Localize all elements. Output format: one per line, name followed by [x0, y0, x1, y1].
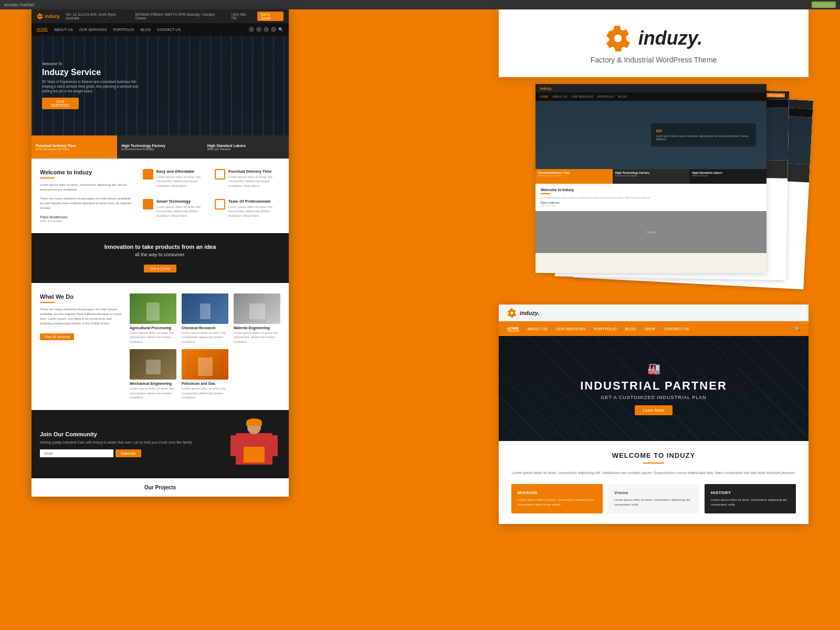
nav-blog[interactable]: BLOG	[141, 28, 151, 32]
nav-contact[interactable]: CONTACT US	[157, 28, 181, 32]
feature-title-1: Punctual Delivery Time	[36, 144, 113, 148]
service-title-mech: Mechanical Engineering	[130, 382, 176, 385]
brand-gear-icon	[605, 25, 631, 51]
ind-nav-contact[interactable]: CONTACT US	[664, 327, 689, 331]
mini-nav-home-front[interactable]: HOME	[540, 95, 549, 98]
ind-logo-text: induzy.	[520, 310, 539, 316]
ceo-signature: Paul Anderson	[40, 215, 134, 219]
innovation-banner: Innovation to take products from an idea…	[32, 233, 289, 283]
welcome-feature-1: Easy and Affordable Lorem ipsum dolor si…	[143, 169, 208, 193]
ind-nav-shop[interactable]: SHOP	[644, 327, 655, 331]
ind-nav-home[interactable]: HOME	[507, 326, 519, 331]
mini-nav-services-front[interactable]: OUR SERVICES	[572, 95, 593, 98]
welcome-line	[40, 177, 55, 178]
site-quote-btn[interactable]: Get a Quote	[257, 12, 284, 21]
site-hours: MONDAY-FRIDAY: 9AM TO 5PM Saturday / Sun…	[135, 13, 226, 20]
mini-factory-img-front: Factory	[536, 211, 766, 253]
social-gp[interactable]	[271, 27, 276, 32]
nav-about[interactable]: ABOUT US	[54, 28, 73, 32]
service-desc-mech: Lorem ipsum dolor sit amet, the consecte…	[130, 386, 176, 400]
service-desc-petro: Lorem ipsum dolor sit amet, the consecte…	[182, 386, 228, 400]
ind-nav-services[interactable]: OUR SERVICES	[556, 327, 586, 331]
nav-services[interactable]: OUR SERVICES	[79, 28, 107, 32]
mini-nav-about-front[interactable]: ABOUT US	[553, 95, 568, 98]
ind-topbar: induzy.	[499, 304, 808, 321]
envato-buy-btn[interactable]: Buy Now	[812, 2, 836, 8]
hero-cta-btn[interactable]: OUR SERVICES	[42, 98, 79, 109]
social-fb[interactable]	[249, 27, 254, 32]
service-title-chem: Chemical Research	[182, 326, 228, 330]
welcome-feature-3: Smart Technology Lorem ipsum dolor sit a…	[143, 199, 208, 223]
service-img-mater	[234, 293, 280, 324]
get-quote-btn[interactable]: Get a Quote	[144, 265, 176, 272]
service-card-petro: Petroleum and Gas Lorem ipsum dolor sit …	[182, 349, 228, 400]
site-topbar: induzy. NO. 12 JULIUS AVE, North Ryde, A…	[32, 9, 289, 23]
service-card-mater: Material Engineering Lorem ipsum dolor s…	[234, 293, 280, 344]
ind-learn-btn[interactable]: Learn More	[635, 405, 673, 415]
hero-content: Welcome To Induzy Service 50 Years of Ex…	[42, 62, 278, 109]
mini-overlay-front: ER Lorem ipsum dolor sit amet, consectet…	[651, 123, 756, 147]
subscribe-btn[interactable]: Subscribe	[116, 449, 141, 457]
mini-site-front: induzy. HOME ABOUT US OUR SERVICES PORTF…	[536, 84, 766, 273]
easy-icon	[143, 169, 153, 180]
innovation-subtitle: all the way to consumer.	[42, 252, 278, 257]
ind-nav: HOME ABOUT US OUR SERVICES PORTFOLIO BLO…	[499, 321, 808, 336]
email-form: Subscribe	[40, 449, 228, 457]
ind-gear-icon	[507, 308, 517, 318]
ind-welcome-title: WELCOME TO INDUZY	[511, 452, 796, 459]
ind-welcome-text: Lorem ipsum dolor sit amet, consectetur …	[511, 470, 796, 476]
ind-card-title-mission: MISSION	[518, 490, 596, 495]
view-all-btn[interactable]: View All Services	[40, 333, 74, 340]
ind-welcome-section: WELCOME TO INDUZY Lorem ipsum dolor sit …	[499, 441, 808, 524]
ind-factory-icon: 🏭	[647, 362, 660, 375]
service-title-petro: Petroleum and Gas	[182, 382, 228, 385]
ind-search-icon[interactable]: 🔍	[795, 327, 800, 331]
ind-hero: 🏭 INDUSTRIAL PARTNER GET A CUSTOMIZED IN…	[499, 336, 808, 441]
site-address: NO. 12 JULIUS AVE, North Ryde, Australia	[66, 13, 130, 20]
social-ln[interactable]	[264, 27, 269, 32]
envato-bar: envato market Buy Now	[0, 0, 840, 9]
ind-card-title-vision: Vision	[614, 490, 693, 495]
nav-social: 🔍	[249, 27, 284, 32]
community-desc: Getting quality Industrial Care with Ind…	[40, 440, 228, 444]
welcome-right: Easy and Affordable Lorem ipsum dolor si…	[143, 169, 280, 223]
wwd-left: What We Do There are many variations of …	[40, 293, 121, 400]
nav-home[interactable]: HOME	[37, 27, 48, 32]
social-tw[interactable]	[256, 27, 261, 32]
what-we-do-section: What We Do There are many variations of …	[32, 283, 289, 410]
mini-welcome-front: Welcome to Induzy Lorem ipsum dolor sit …	[536, 184, 766, 211]
ind-card-text-mission: Lorem ipsum dolor sit amet, consectetur …	[518, 498, 596, 507]
welcome-text2: There are many variations of passages of…	[40, 196, 134, 211]
welcome-left: Welcome to Induzy Lorem ipsum dolor sit …	[40, 169, 134, 223]
ind-card-mission: MISSION Lorem ipsum dolor sit amet, cons…	[511, 484, 603, 513]
ind-nav-blog[interactable]: BLOG	[625, 327, 636, 331]
feature-text-1: Easy and Affordable Lorem ipsum dolor si…	[156, 169, 208, 188]
feature-text-4: Team Of Professionals Lorem ipsum dolor …	[228, 199, 280, 218]
feature-box-1: Punctual Delivery Time 99% Delivered On-…	[32, 135, 117, 159]
service-title-mater: Material Engineering	[234, 326, 280, 330]
ind-card-history: HISTORY Lorem ipsum dolor sit amet, cons…	[705, 484, 796, 513]
feature-sub-2: & Environment Friendly	[121, 148, 198, 151]
ind-welcome-line	[643, 463, 664, 464]
community-left: Join Our Community Getting quality Indus…	[40, 431, 228, 457]
feature-box-3: High Standard Labors 99% QC Passed	[203, 135, 289, 159]
smart-icon	[143, 199, 153, 209]
left-panel-preview: induzy. NO. 12 JULIUS AVE, North Ryde, A…	[32, 9, 289, 497]
nav-portfolio[interactable]: PORTFOLIO	[113, 28, 134, 32]
ind-nav-about[interactable]: ABOUT US	[528, 327, 548, 331]
mini-nav-blog-front[interactable]: BLOG	[618, 95, 626, 98]
feature-title-3: High Standard Labors	[207, 144, 285, 148]
feature-text-2: Punctual Delivery Time Lorem ipsum dolor…	[228, 169, 280, 188]
projects-title: Our Projects	[40, 485, 280, 490]
mini-nav-portfolio-front[interactable]: PORTFOLIO	[597, 95, 614, 98]
feature-sub-3: 99% QC Passed	[207, 148, 285, 151]
projects-header: Our Projects	[32, 478, 289, 497]
mini-quote-mid[interactable]: Get a Quote	[766, 93, 785, 98]
search-icon[interactable]: 🔍	[278, 27, 284, 32]
ind-nav-portfolio[interactable]: PORTFOLIO	[594, 327, 616, 331]
email-input[interactable]	[40, 449, 113, 457]
service-img-petro	[182, 349, 228, 380]
mini-features-front: Punctual Delivery Time 99% Delivered On-…	[536, 169, 766, 184]
mini-feat-front-3: High Standard Labors 99% QC Passed	[689, 169, 766, 184]
punctual-icon	[215, 169, 225, 180]
